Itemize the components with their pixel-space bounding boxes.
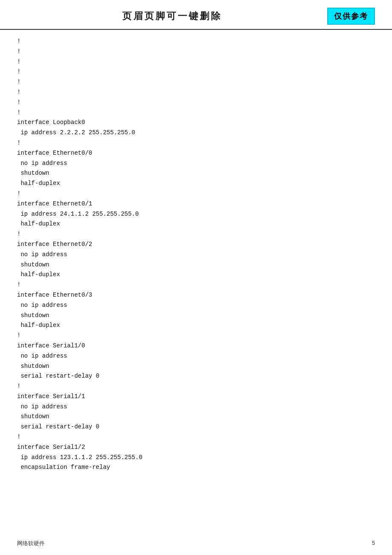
header-title: 页眉页脚可一键删除 xyxy=(17,10,327,23)
content-area: ! ! ! ! ! ! ! ! interface Loopback0 ip a… xyxy=(0,30,392,498)
code-block: ! ! ! ! ! ! ! ! interface Loopback0 ip a… xyxy=(17,37,375,473)
header: 页眉页脚可一键删除 仅供参考 xyxy=(0,0,392,30)
footer-left: 网络软硬件 xyxy=(17,540,45,547)
page-container: 页眉页脚可一键删除 仅供参考 ! ! ! ! ! ! ! ! interface… xyxy=(0,0,392,555)
header-badge: 仅供参考 xyxy=(327,8,375,25)
footer-right: 5 xyxy=(372,540,375,547)
footer: 网络软硬件 5 xyxy=(0,540,392,547)
